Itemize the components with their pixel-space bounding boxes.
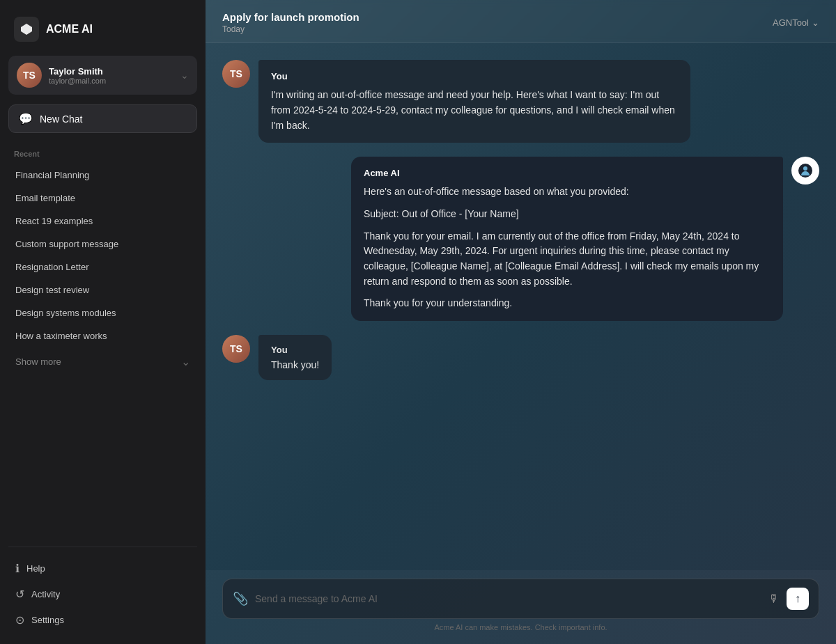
ai-body: Thank you for your email. I am currently… bbox=[364, 229, 771, 290]
chevron-down-icon: ⌄ bbox=[180, 70, 189, 81]
svg-point-1 bbox=[803, 166, 807, 171]
message-input[interactable] bbox=[255, 593, 761, 604]
ai-avatar bbox=[791, 157, 819, 184]
input-area: 📎 🎙 ↑ Acme AI can make mistakes. Check i… bbox=[206, 570, 836, 644]
message-row: TS You Thank you! bbox=[222, 335, 819, 380]
user-name: Taylor Smith bbox=[49, 66, 173, 77]
logo-area: ACME AI bbox=[8, 11, 197, 56]
user-email: taylor@mail.com bbox=[49, 77, 173, 85]
chevron-down-icon: ⌄ bbox=[181, 355, 190, 368]
input-box: 📎 🎙 ↑ bbox=[222, 579, 819, 619]
sidebar: ACME AI TS Taylor Smith taylor@mail.com … bbox=[0, 0, 206, 644]
chat-header: Apply for launch promotion Today AGNTool… bbox=[206, 0, 836, 43]
sidebar-bottom: ℹ Help ↺ Activity ⊙ Settings bbox=[8, 547, 197, 633]
show-more-button[interactable]: Show more ⌄ bbox=[8, 349, 197, 375]
sidebar-item-resignation-letter[interactable]: Resignation Letter bbox=[8, 256, 197, 278]
ai-intro: Here's an out-of-office message based on… bbox=[364, 184, 771, 200]
settings-button[interactable]: ⊙ Settings bbox=[8, 607, 197, 633]
ai-subject: Subject: Out of Office - [Your Name] bbox=[364, 207, 771, 222]
main-chat-area: Apply for launch promotion Today AGNTool… bbox=[206, 0, 836, 644]
activity-icon: ↺ bbox=[15, 588, 24, 601]
chat-title: Apply for launch promotion bbox=[222, 11, 359, 23]
sidebar-item-financial-planning[interactable]: Financial Planning bbox=[8, 164, 197, 187]
message-row: TS You I'm writing an out-of-office mess… bbox=[222, 60, 819, 143]
user-card[interactable]: TS Taylor Smith taylor@mail.com ⌄ bbox=[8, 56, 197, 95]
user-message-avatar: TS bbox=[222, 60, 250, 88]
sidebar-item-design-test[interactable]: Design test review bbox=[8, 278, 197, 301]
recent-label: Recent bbox=[8, 147, 197, 161]
chat-subtitle: Today bbox=[222, 24, 359, 34]
model-badge[interactable]: AGNTool ⌄ bbox=[773, 17, 819, 28]
message-sender: You bbox=[271, 345, 319, 355]
sidebar-item-taximeter[interactable]: How a taximeter works bbox=[8, 324, 197, 347]
sidebar-item-email-template[interactable]: Email template bbox=[8, 187, 197, 210]
user-info: Taylor Smith taylor@mail.com bbox=[49, 66, 173, 85]
message-text: Thank you! bbox=[271, 359, 319, 370]
user-message-avatar-2: TS bbox=[222, 335, 250, 363]
voice-icon[interactable]: 🎙 bbox=[768, 592, 780, 605]
sidebar-item-design-systems[interactable]: Design systems modules bbox=[8, 301, 197, 324]
ai-message-row: Acme AI Here's an out-of-office message … bbox=[222, 157, 819, 321]
chevron-down-icon: ⌄ bbox=[812, 17, 819, 28]
messages-area: TS You I'm writing an out-of-office mess… bbox=[206, 43, 836, 570]
chat-icon: 💬 bbox=[19, 112, 33, 125]
attach-icon[interactable]: 📎 bbox=[233, 591, 248, 606]
thank-you-bubble: You Thank you! bbox=[258, 335, 332, 380]
message-sender: You bbox=[271, 70, 678, 84]
message-text: I'm writing an out-of-office message and… bbox=[271, 89, 675, 130]
ai-message-bubble: Acme AI Here's an out-of-office message … bbox=[351, 157, 783, 321]
avatar: TS bbox=[17, 63, 42, 88]
ai-sender: Acme AI bbox=[364, 166, 771, 180]
send-icon: ↑ bbox=[795, 592, 800, 605]
help-button[interactable]: ℹ Help bbox=[8, 556, 197, 581]
sidebar-item-custom-support[interactable]: Custom support message bbox=[8, 233, 197, 256]
activity-button[interactable]: ↺ Activity bbox=[8, 581, 197, 607]
app-name: ACME AI bbox=[46, 23, 93, 36]
new-chat-button[interactable]: 💬 New Chat bbox=[8, 104, 197, 133]
settings-icon: ⊙ bbox=[15, 613, 24, 627]
model-label: AGNTool bbox=[773, 17, 809, 28]
send-button[interactable]: ↑ bbox=[787, 588, 809, 610]
sidebar-item-react-examples[interactable]: React 19 examples bbox=[8, 210, 197, 233]
ai-closing: Thank you for your understanding. bbox=[364, 296, 771, 311]
logo-icon bbox=[14, 17, 39, 42]
disclaimer: Acme AI can make mistakes. Check importa… bbox=[222, 619, 819, 638]
info-icon: ℹ bbox=[15, 562, 20, 575]
user-message-bubble: You I'm writing an out-of-office message… bbox=[258, 60, 690, 143]
